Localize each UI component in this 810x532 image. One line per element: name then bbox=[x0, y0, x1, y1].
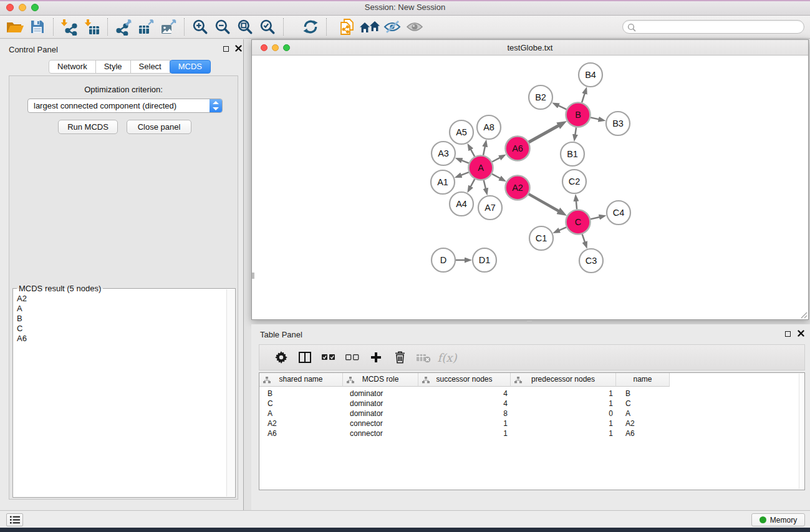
dropdown-stepper-icon bbox=[210, 99, 222, 112]
edge-A2-C[interactable] bbox=[529, 194, 559, 211]
table-cell: 4 bbox=[418, 399, 511, 409]
zoom-fit-button[interactable] bbox=[234, 17, 256, 37]
resize-grip-icon[interactable] bbox=[800, 311, 808, 319]
table-cell: A2 bbox=[616, 418, 670, 428]
run-mcds-button[interactable]: Run MCDS bbox=[58, 120, 118, 134]
zoom-out-button[interactable] bbox=[211, 17, 234, 37]
table-cell: 1 bbox=[511, 418, 616, 428]
column-header-successor-nodes[interactable]: successor nodes bbox=[418, 373, 511, 387]
result-scrollbar[interactable] bbox=[226, 289, 234, 496]
table-cell: dominator bbox=[343, 399, 418, 409]
delete-column-button[interactable] bbox=[388, 347, 412, 368]
mcds-result-item[interactable]: A6 bbox=[17, 334, 27, 344]
float-panel-icon[interactable] bbox=[223, 46, 229, 52]
settings-gear-button[interactable] bbox=[269, 347, 293, 368]
table-cell: 1 bbox=[511, 389, 616, 399]
show-columns-button[interactable] bbox=[293, 347, 317, 368]
import-network-button[interactable] bbox=[58, 17, 80, 37]
table-cell: 8 bbox=[418, 409, 511, 418]
mcds-result-item[interactable]: B bbox=[17, 314, 27, 324]
export-table-button[interactable] bbox=[135, 17, 157, 37]
edge-B-B2[interactable] bbox=[557, 105, 566, 110]
canvas-hscroll-thumb[interactable] bbox=[527, 321, 532, 323]
node-label-D1: D1 bbox=[479, 255, 491, 265]
search-icon bbox=[627, 23, 636, 32]
edge-B-B4[interactable] bbox=[582, 93, 585, 103]
edge-A-A3[interactable] bbox=[461, 160, 469, 163]
open-session-button[interactable] bbox=[4, 17, 26, 37]
duplicate-network-button[interactable] bbox=[336, 17, 359, 37]
mcds-result-item[interactable]: C bbox=[17, 324, 27, 334]
table-row[interactable]: A6connector11A6 bbox=[259, 428, 804, 438]
open-folder-icon bbox=[6, 19, 24, 34]
network-canvas[interactable]: B4B2BB3A8A5A6B1A3AA1C2A2A4A7C4CC1C3DD1 bbox=[252, 56, 808, 319]
table-cell: A2 bbox=[259, 418, 343, 428]
memory-label: Memory bbox=[770, 516, 797, 525]
table-cell: 1 bbox=[418, 428, 511, 438]
float-panel-icon[interactable] bbox=[785, 331, 791, 337]
edge-A-A6[interactable] bbox=[492, 157, 501, 162]
toolbar-separator bbox=[53, 18, 54, 36]
refresh-button[interactable] bbox=[299, 17, 322, 37]
edge-C-C1[interactable] bbox=[559, 227, 567, 231]
table-cell: 1 bbox=[418, 418, 511, 428]
edge-A-A5[interactable] bbox=[470, 148, 475, 157]
network-overview-button[interactable] bbox=[359, 17, 381, 37]
add-column-button[interactable] bbox=[364, 347, 388, 368]
memory-button[interactable]: Memory bbox=[751, 513, 805, 526]
column-header-name[interactable]: name bbox=[616, 373, 670, 387]
show-panel-list-button[interactable] bbox=[6, 513, 23, 526]
status-bar: Memory bbox=[0, 510, 810, 528]
edge-A-A7[interactable] bbox=[484, 180, 486, 190]
zoom-in-button[interactable] bbox=[189, 17, 211, 37]
table-cell: connector bbox=[343, 418, 418, 428]
tab-select[interactable]: Select bbox=[130, 60, 170, 74]
tab-style[interactable]: Style bbox=[95, 60, 131, 74]
export-image-button[interactable] bbox=[157, 17, 180, 37]
close-panel-icon[interactable] bbox=[235, 45, 242, 52]
mcds-result-item[interactable]: A bbox=[17, 304, 27, 314]
edge-A-A2[interactable] bbox=[492, 174, 501, 179]
import-table-button[interactable] bbox=[80, 17, 103, 37]
close-panel-icon[interactable] bbox=[798, 330, 804, 337]
node-label-B1: B1 bbox=[567, 149, 578, 159]
table-row[interactable]: Adominator80A bbox=[259, 409, 804, 418]
table-row[interactable]: Cdominator41C bbox=[259, 399, 804, 409]
table-row[interactable]: Bdominator41B bbox=[259, 389, 804, 399]
hide-panels-button[interactable] bbox=[381, 17, 403, 37]
table-scrollbar[interactable] bbox=[799, 374, 804, 489]
edge-A-A1[interactable] bbox=[460, 172, 469, 175]
show-panels-button[interactable] bbox=[403, 17, 426, 37]
edge-B-B3[interactable] bbox=[591, 117, 600, 119]
column-header-predecessor-nodes[interactable]: predecessor nodes bbox=[511, 373, 616, 387]
unselect-all-columns-button[interactable] bbox=[340, 347, 364, 368]
table-panel-title: Table Panel bbox=[260, 330, 302, 339]
tab-mcds[interactable]: MCDS bbox=[170, 60, 211, 74]
search-input[interactable] bbox=[638, 21, 800, 32]
save-session-button[interactable] bbox=[26, 17, 49, 37]
edge-C-C4[interactable] bbox=[591, 217, 600, 220]
node-label-C4: C4 bbox=[613, 208, 625, 218]
export-network-button[interactable] bbox=[112, 17, 135, 37]
tab-network[interactable]: Network bbox=[49, 60, 96, 74]
edge-C-C2[interactable] bbox=[576, 200, 577, 210]
edge-A-A4[interactable] bbox=[470, 179, 475, 187]
edge-B-B1[interactable] bbox=[575, 127, 576, 135]
main-toolbar bbox=[0, 16, 810, 39]
table-row[interactable]: A2connector11A2 bbox=[259, 418, 804, 428]
optimization-criterion-select[interactable]: largest connected component (directed) bbox=[27, 99, 223, 113]
toolbar-separator bbox=[283, 18, 284, 36]
close-panel-button[interactable]: Close panel bbox=[127, 120, 191, 134]
node-label-A8: A8 bbox=[483, 122, 494, 132]
column-header-shared-name[interactable]: shared name bbox=[259, 373, 343, 387]
canvas-vscroll-thumb[interactable] bbox=[252, 273, 254, 279]
zoom-selected-button[interactable] bbox=[256, 17, 279, 37]
network-graph[interactable]: B4B2BB3A8A5A6B1A3AA1C2A2A4A7C4CC1C3DD1 bbox=[252, 56, 808, 319]
table-columns-icon bbox=[299, 352, 311, 363]
edge-C-C3[interactable] bbox=[582, 234, 586, 243]
column-header-mcds-role[interactable]: MCDS role bbox=[343, 373, 418, 387]
select-all-columns-button[interactable] bbox=[317, 347, 340, 368]
edge-A-A8[interactable] bbox=[483, 145, 485, 155]
mcds-result-item[interactable]: A2 bbox=[17, 294, 27, 304]
edge-A6-B[interactable] bbox=[529, 125, 559, 142]
